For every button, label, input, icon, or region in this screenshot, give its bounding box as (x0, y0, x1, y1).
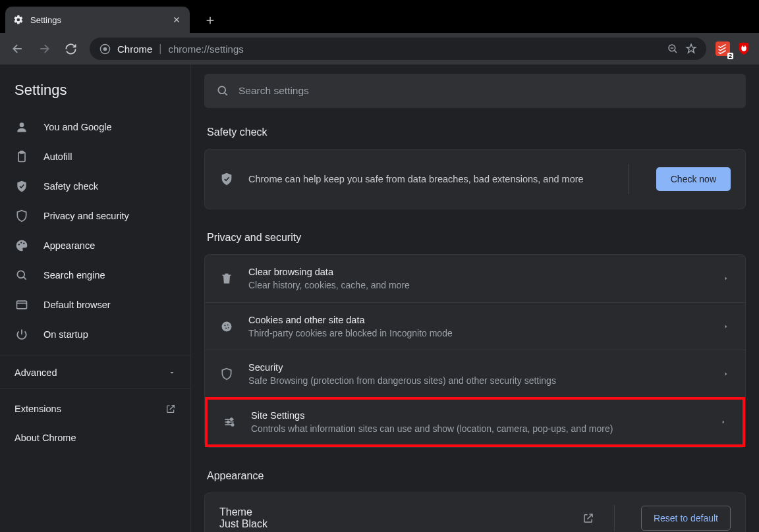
sidebar-item-label: Default browser (43, 300, 111, 310)
sidebar-item-label: Privacy and security (43, 211, 129, 221)
section-title-privacy: Privacy and security (207, 232, 743, 244)
close-icon[interactable] (171, 14, 182, 25)
person-icon (14, 120, 29, 134)
open-external-icon[interactable] (582, 512, 594, 524)
row-security[interactable]: Security Safe Browsing (protection from … (205, 350, 745, 397)
chevron-right-icon (721, 275, 731, 282)
browser-window-icon (14, 298, 29, 312)
svg-point-20 (231, 424, 233, 426)
svg-point-19 (227, 421, 229, 423)
row-cookies[interactable]: Cookies and other site data Third-party … (205, 302, 745, 350)
svg-point-9 (23, 242, 24, 244)
omnibox-url: chrome://settings (169, 43, 244, 55)
new-tab-button[interactable] (199, 9, 221, 32)
sidebar: Settings You and Google Autofill Safety … (0, 65, 191, 532)
zoom-icon[interactable] (667, 43, 679, 55)
palette-icon (14, 238, 29, 253)
tab-strip: Settings (0, 0, 759, 33)
extension-badge: 2 (727, 53, 733, 59)
forward-button[interactable] (33, 38, 55, 60)
row-clear-browsing-data[interactable]: Clear browsing data Clear history, cooki… (205, 255, 745, 302)
row-theme[interactable]: Theme Just Black Reset to default (205, 493, 745, 532)
chrome-icon (99, 43, 111, 55)
extension-ublock-icon[interactable] (735, 40, 752, 57)
gear-icon (13, 14, 24, 25)
privacy-card: Clear browsing data Clear history, cooki… (204, 254, 746, 448)
bookmark-star-icon[interactable] (685, 43, 697, 55)
search-icon (216, 84, 229, 97)
shield-icon (219, 367, 234, 381)
browser-tab[interactable]: Settings (5, 7, 190, 33)
shield-check-icon (14, 179, 29, 194)
advanced-label: Advanced (14, 367, 57, 378)
svg-point-17 (228, 327, 229, 328)
shield-check-icon (219, 172, 234, 186)
row-subtitle: Controls what information sites can use … (251, 423, 704, 434)
reload-button[interactable] (59, 38, 82, 60)
sidebar-item-about-chrome[interactable]: About Chrome (0, 423, 190, 452)
svg-point-12 (218, 86, 225, 93)
row-title: Site Settings (251, 410, 704, 421)
chevron-right-icon (721, 323, 731, 330)
svg-point-16 (225, 327, 227, 329)
svg-rect-6 (20, 151, 24, 153)
omnibox-separator: | (159, 43, 161, 55)
back-button[interactable] (7, 38, 29, 60)
svg-point-14 (224, 325, 225, 326)
sidebar-advanced-toggle[interactable]: Advanced (0, 356, 190, 388)
extensions-label: Extensions (14, 404, 61, 414)
sidebar-item-on-startup[interactable]: On startup (0, 319, 190, 349)
sidebar-item-safety-check[interactable]: Safety check (0, 171, 190, 201)
chevron-down-icon (168, 369, 176, 377)
search-icon (14, 268, 29, 282)
chevron-right-icon (721, 371, 731, 377)
cookie-icon (219, 319, 234, 334)
svg-point-10 (17, 271, 24, 278)
sidebar-item-label: Autofill (43, 151, 72, 162)
sidebar-item-you-and-google[interactable]: You and Google (0, 112, 190, 142)
divider (628, 164, 629, 194)
chevron-right-icon (719, 419, 728, 425)
sidebar-item-label: Appearance (43, 240, 95, 251)
svg-point-15 (227, 324, 229, 325)
browser-toolbar: Chrome | chrome://settings 2 (0, 33, 759, 65)
omnibox[interactable]: Chrome | chrome://settings (90, 38, 706, 60)
sidebar-item-autofill[interactable]: Autofill (0, 142, 190, 171)
check-now-button[interactable]: Check now (656, 167, 731, 191)
section-title-appearance: Appearance (207, 470, 743, 482)
sidebar-item-label: Safety check (43, 181, 98, 192)
svg-point-1 (103, 47, 107, 51)
svg-point-18 (231, 418, 233, 420)
theme-title: Theme (219, 506, 569, 518)
row-subtitle: Third-party cookies are blocked in Incog… (248, 328, 707, 338)
svg-point-4 (20, 122, 24, 127)
page-title: Settings (0, 76, 190, 112)
section-title-safety: Safety check (207, 126, 743, 138)
shield-icon (14, 209, 29, 223)
svg-point-13 (222, 321, 232, 331)
sidebar-item-label: On startup (43, 329, 88, 340)
row-title: Cookies and other site data (248, 315, 707, 325)
power-icon (14, 327, 29, 342)
extension-todoist-icon[interactable]: 2 (714, 40, 731, 57)
sidebar-item-default-browser[interactable]: Default browser (0, 290, 190, 319)
safety-check-text: Chrome can help keep you safe from data … (248, 174, 607, 184)
svg-point-7 (18, 244, 20, 245)
safety-check-card: Chrome can help keep you safe from data … (204, 149, 746, 209)
trash-icon (219, 271, 234, 286)
svg-rect-11 (17, 301, 27, 309)
sidebar-item-appearance[interactable]: Appearance (0, 230, 190, 260)
sidebar-item-privacy-security[interactable]: Privacy and security (0, 201, 190, 230)
divider (614, 505, 615, 531)
svg-point-8 (20, 242, 22, 243)
settings-search-input[interactable] (239, 85, 734, 97)
reset-to-default-button[interactable]: Reset to default (641, 506, 731, 531)
sidebar-item-search-engine[interactable]: Search engine (0, 260, 190, 290)
settings-search[interactable] (204, 74, 746, 108)
row-site-settings[interactable]: Site Settings Controls what information … (205, 397, 745, 447)
row-title: Clear browsing data (248, 267, 707, 277)
sidebar-item-extensions[interactable]: Extensions (0, 394, 190, 423)
open-external-icon (165, 404, 176, 414)
settings-content: Safety check Chrome can help keep you sa… (191, 65, 759, 532)
appearance-card: Theme Just Black Reset to default (204, 492, 746, 532)
